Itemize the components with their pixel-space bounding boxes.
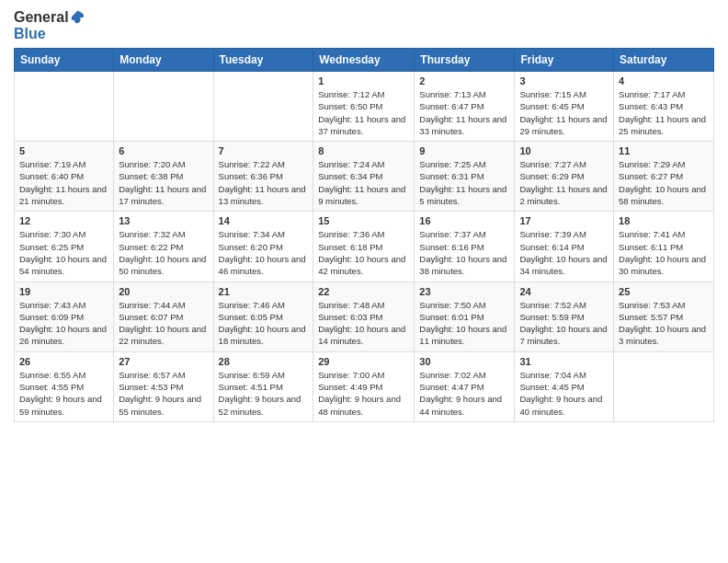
logo-general-text: General xyxy=(14,9,69,26)
day-number: 7 xyxy=(219,145,309,156)
calendar-cell: 3Sunrise: 7:15 AMSunset: 6:45 PMDaylight… xyxy=(515,72,614,142)
day-number: 17 xyxy=(519,215,609,226)
day-number: 26 xyxy=(19,356,108,367)
weekday-header-saturday: Saturday xyxy=(614,49,714,72)
day-info: Sunrise: 7:32 AMSunset: 6:22 PMDaylight:… xyxy=(119,228,208,277)
calendar-cell: 29Sunrise: 7:00 AMSunset: 4:49 PMDayligh… xyxy=(313,351,415,421)
calendar-cell: 21Sunrise: 7:46 AMSunset: 6:05 PMDayligh… xyxy=(213,282,313,351)
day-info: Sunrise: 7:02 AMSunset: 4:47 PMDaylight:… xyxy=(419,369,509,418)
day-number: 25 xyxy=(619,286,709,297)
calendar-cell: 2Sunrise: 7:13 AMSunset: 6:47 PMDaylight… xyxy=(415,72,515,142)
day-number: 5 xyxy=(19,145,108,156)
day-info: Sunrise: 7:48 AMSunset: 6:03 PMDaylight:… xyxy=(318,299,409,348)
day-number: 31 xyxy=(519,356,609,367)
calendar-cell: 26Sunrise: 6:55 AMSunset: 4:55 PMDayligh… xyxy=(15,351,114,421)
calendar-cell: 19Sunrise: 7:43 AMSunset: 6:09 PMDayligh… xyxy=(15,282,114,351)
day-info: Sunrise: 7:41 AMSunset: 6:11 PMDaylight:… xyxy=(619,228,709,277)
day-number: 23 xyxy=(419,286,509,297)
day-info: Sunrise: 7:27 AMSunset: 6:29 PMDaylight:… xyxy=(519,158,609,207)
weekday-header-tuesday: Tuesday xyxy=(213,49,313,72)
calendar-cell: 8Sunrise: 7:24 AMSunset: 6:34 PMDaylight… xyxy=(313,142,415,212)
day-number: 4 xyxy=(619,75,709,86)
logo-bird-icon xyxy=(69,9,85,26)
logo-blue-text: Blue xyxy=(14,26,46,42)
calendar-cell: 13Sunrise: 7:32 AMSunset: 6:22 PMDayligh… xyxy=(114,212,213,282)
day-info: Sunrise: 7:13 AMSunset: 6:47 PMDaylight:… xyxy=(419,88,509,137)
calendar-cell: 23Sunrise: 7:50 AMSunset: 6:01 PMDayligh… xyxy=(415,282,515,351)
day-number: 11 xyxy=(619,145,709,156)
weekday-header-thursday: Thursday xyxy=(415,49,515,72)
calendar-cell: 24Sunrise: 7:52 AMSunset: 5:59 PMDayligh… xyxy=(515,282,614,351)
day-number: 12 xyxy=(19,215,108,226)
calendar-cell: 22Sunrise: 7:48 AMSunset: 6:03 PMDayligh… xyxy=(313,282,415,351)
calendar-cell: 28Sunrise: 6:59 AMSunset: 4:51 PMDayligh… xyxy=(213,351,313,421)
calendar: SundayMondayTuesdayWednesdayThursdayFrid… xyxy=(14,48,714,422)
day-number: 29 xyxy=(318,356,409,367)
day-number: 20 xyxy=(119,286,208,297)
weekday-header-sunday: Sunday xyxy=(15,49,114,72)
calendar-cell: 14Sunrise: 7:34 AMSunset: 6:20 PMDayligh… xyxy=(213,212,313,282)
weekday-header-monday: Monday xyxy=(114,49,213,72)
calendar-cell: 25Sunrise: 7:53 AMSunset: 5:57 PMDayligh… xyxy=(614,282,714,351)
day-number: 6 xyxy=(119,145,208,156)
day-number: 14 xyxy=(219,215,309,226)
calendar-week-row: 5Sunrise: 7:19 AMSunset: 6:40 PMDaylight… xyxy=(15,142,714,212)
day-number: 19 xyxy=(19,286,108,297)
calendar-cell: 7Sunrise: 7:22 AMSunset: 6:36 PMDaylight… xyxy=(213,142,313,212)
day-info: Sunrise: 6:57 AMSunset: 4:53 PMDaylight:… xyxy=(119,369,208,418)
day-number: 27 xyxy=(119,356,208,367)
calendar-cell: 1Sunrise: 7:12 AMSunset: 6:50 PMDaylight… xyxy=(313,72,415,142)
day-info: Sunrise: 7:44 AMSunset: 6:07 PMDaylight:… xyxy=(119,299,208,348)
calendar-cell: 27Sunrise: 6:57 AMSunset: 4:53 PMDayligh… xyxy=(114,351,213,421)
day-info: Sunrise: 7:46 AMSunset: 6:05 PMDaylight:… xyxy=(219,299,309,348)
page: GeneralBlue SundayMondayTuesdayWednesday… xyxy=(0,0,728,563)
day-number: 1 xyxy=(318,75,409,86)
calendar-week-row: 12Sunrise: 7:30 AMSunset: 6:25 PMDayligh… xyxy=(15,212,714,282)
day-info: Sunrise: 7:15 AMSunset: 6:45 PMDaylight:… xyxy=(519,88,609,137)
day-number: 30 xyxy=(419,356,509,367)
weekday-header-wednesday: Wednesday xyxy=(313,49,415,72)
header: GeneralBlue xyxy=(14,9,714,42)
day-info: Sunrise: 7:22 AMSunset: 6:36 PMDaylight:… xyxy=(219,158,309,207)
calendar-cell: 30Sunrise: 7:02 AMSunset: 4:47 PMDayligh… xyxy=(415,351,515,421)
calendar-cell: 17Sunrise: 7:39 AMSunset: 6:14 PMDayligh… xyxy=(515,212,614,282)
day-number: 15 xyxy=(318,215,409,226)
calendar-cell: 5Sunrise: 7:19 AMSunset: 6:40 PMDaylight… xyxy=(15,142,114,212)
day-number: 22 xyxy=(318,286,409,297)
day-info: Sunrise: 7:36 AMSunset: 6:18 PMDaylight:… xyxy=(318,228,409,277)
calendar-week-row: 19Sunrise: 7:43 AMSunset: 6:09 PMDayligh… xyxy=(15,282,714,351)
day-number: 8 xyxy=(318,145,409,156)
day-info: Sunrise: 7:19 AMSunset: 6:40 PMDaylight:… xyxy=(19,158,108,207)
day-info: Sunrise: 7:52 AMSunset: 5:59 PMDaylight:… xyxy=(519,299,609,348)
day-number: 9 xyxy=(419,145,509,156)
calendar-cell: 11Sunrise: 7:29 AMSunset: 6:27 PMDayligh… xyxy=(614,142,714,212)
day-number: 3 xyxy=(519,75,609,86)
logo: GeneralBlue xyxy=(14,9,85,42)
calendar-cell: 20Sunrise: 7:44 AMSunset: 6:07 PMDayligh… xyxy=(114,282,213,351)
day-info: Sunrise: 7:00 AMSunset: 4:49 PMDaylight:… xyxy=(318,369,409,418)
day-info: Sunrise: 6:55 AMSunset: 4:55 PMDaylight:… xyxy=(19,369,108,418)
day-info: Sunrise: 7:17 AMSunset: 6:43 PMDaylight:… xyxy=(619,88,709,137)
weekday-header-friday: Friday xyxy=(515,49,614,72)
day-info: Sunrise: 7:34 AMSunset: 6:20 PMDaylight:… xyxy=(219,228,309,277)
calendar-cell xyxy=(15,72,114,142)
calendar-week-row: 26Sunrise: 6:55 AMSunset: 4:55 PMDayligh… xyxy=(15,351,714,421)
calendar-cell: 9Sunrise: 7:25 AMSunset: 6:31 PMDaylight… xyxy=(415,142,515,212)
day-number: 24 xyxy=(519,286,609,297)
day-info: Sunrise: 7:30 AMSunset: 6:25 PMDaylight:… xyxy=(19,228,108,277)
calendar-cell: 10Sunrise: 7:27 AMSunset: 6:29 PMDayligh… xyxy=(515,142,614,212)
day-info: Sunrise: 7:20 AMSunset: 6:38 PMDaylight:… xyxy=(119,158,208,207)
calendar-cell: 15Sunrise: 7:36 AMSunset: 6:18 PMDayligh… xyxy=(313,212,415,282)
day-number: 13 xyxy=(119,215,208,226)
calendar-cell: 12Sunrise: 7:30 AMSunset: 6:25 PMDayligh… xyxy=(15,212,114,282)
calendar-header-row: SundayMondayTuesdayWednesdayThursdayFrid… xyxy=(15,49,714,72)
calendar-cell: 6Sunrise: 7:20 AMSunset: 6:38 PMDaylight… xyxy=(114,142,213,212)
calendar-cell: 18Sunrise: 7:41 AMSunset: 6:11 PMDayligh… xyxy=(614,212,714,282)
calendar-cell xyxy=(213,72,313,142)
calendar-cell: 16Sunrise: 7:37 AMSunset: 6:16 PMDayligh… xyxy=(415,212,515,282)
calendar-cell: 31Sunrise: 7:04 AMSunset: 4:45 PMDayligh… xyxy=(515,351,614,421)
day-info: Sunrise: 7:37 AMSunset: 6:16 PMDaylight:… xyxy=(419,228,509,277)
day-info: Sunrise: 7:24 AMSunset: 6:34 PMDaylight:… xyxy=(318,158,409,207)
day-info: Sunrise: 7:25 AMSunset: 6:31 PMDaylight:… xyxy=(419,158,509,207)
calendar-cell xyxy=(614,351,714,421)
